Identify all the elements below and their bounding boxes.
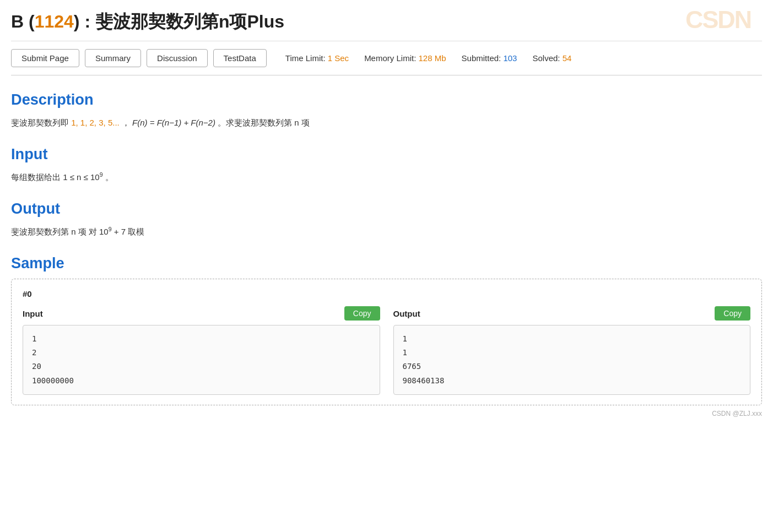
output-line-4: 908460138 xyxy=(403,374,742,388)
time-limit-value: 1 Sec xyxy=(328,53,349,63)
input-content: 每组数据给出 1 ≤ n ≤ 109 。 xyxy=(11,170,762,184)
input-header: Input Copy xyxy=(23,306,380,321)
time-limit-label: Time Limit: xyxy=(285,53,326,63)
output-line-3: 6765 xyxy=(403,360,742,373)
fib-sequence: 1, 1, 2, 3, 5... xyxy=(71,118,120,127)
solved-label: Solved: xyxy=(532,53,560,63)
tab-summary[interactable]: Summary xyxy=(85,49,141,67)
submitted-info: Submitted: 103 xyxy=(462,53,517,63)
title-area: B (1124) : 斐波那契数列第n项Plus xyxy=(11,0,762,41)
footer-note: CSDN @ZLJ.xxx xyxy=(11,410,762,417)
input-section: Input 每组数据给出 1 ≤ n ≤ 109 。 xyxy=(11,145,762,184)
sample-id: #0 xyxy=(23,289,750,298)
input-heading: Input xyxy=(11,145,762,163)
sample-heading: Sample xyxy=(11,254,762,272)
tab-testdata[interactable]: TestData xyxy=(213,49,267,67)
meta-info: Time Limit: 1 Sec Memory Limit: 128 Mb S… xyxy=(285,53,572,63)
problem-number: 1124 xyxy=(35,12,74,31)
output-line-2: 1 xyxy=(403,346,742,360)
output-heading: Output xyxy=(11,200,762,218)
output-col-label: Output xyxy=(393,309,420,318)
tab-discussion[interactable]: Discussion xyxy=(147,49,208,67)
solved-info: Solved: 54 xyxy=(532,53,571,63)
input-line-2: 2 xyxy=(32,346,371,360)
sample-section: Sample #0 Input Copy 1 2 20 100000000 xyxy=(11,254,762,405)
memory-limit-label: Memory Limit: xyxy=(364,53,416,63)
input-content-box: 1 2 20 100000000 xyxy=(23,325,380,395)
tab-submit-page[interactable]: Submit Page xyxy=(11,49,79,67)
output-line-1: 1 xyxy=(403,332,742,346)
problem-name: 斐波那契数列第n项Plus xyxy=(95,12,284,31)
output-content-box: 1 1 6765 908460138 xyxy=(393,325,751,395)
desc-suffix: 。求斐波那契数列第 n 项 xyxy=(218,118,310,127)
desc-prefix: 斐波那契数列即 xyxy=(11,118,69,127)
submitted-label: Submitted: xyxy=(462,53,501,63)
description-section: Description 斐波那契数列即 1, 1, 2, 3, 5... ， F… xyxy=(11,91,762,130)
sample-io-row: Input Copy 1 2 20 100000000 Output Copy xyxy=(23,306,750,395)
description-content: 斐波那契数列即 1, 1, 2, 3, 5... ， F(n) = F(n−1)… xyxy=(11,115,762,130)
solved-value: 54 xyxy=(563,53,572,63)
memory-limit-info: Memory Limit: 128 Mb xyxy=(364,53,446,63)
time-limit-info: Time Limit: 1 Sec xyxy=(285,53,349,63)
input-col-label: Input xyxy=(23,309,43,318)
description-heading: Description xyxy=(11,91,762,108)
memory-limit-value: 128 Mb xyxy=(418,53,446,63)
output-content: 斐波那契数列第 n 项 对 109 + 7 取模 xyxy=(11,224,762,239)
input-line-3: 20 xyxy=(32,360,371,373)
page-title: B (1124) : 斐波那契数列第n项Plus xyxy=(11,10,762,34)
nav-bar: Submit Page Summary Discussion TestData … xyxy=(11,41,762,75)
output-section: Output 斐波那契数列第 n 项 对 109 + 7 取模 xyxy=(11,200,762,239)
sample-input-col: Input Copy 1 2 20 100000000 xyxy=(23,306,380,395)
submitted-value: 103 xyxy=(503,53,517,63)
desc-middle: ， xyxy=(122,118,130,127)
sample-box: #0 Input Copy 1 2 20 100000000 xyxy=(11,279,762,405)
desc-formula: F(n) = F(n−1) + F(n−2) xyxy=(132,118,215,127)
copy-output-button[interactable]: Copy xyxy=(715,306,750,321)
output-header: Output Copy xyxy=(393,306,751,321)
copy-input-button[interactable]: Copy xyxy=(344,306,380,321)
input-line-1: 1 xyxy=(32,332,371,346)
sample-output-col: Output Copy 1 1 6765 908460138 xyxy=(393,306,751,395)
input-line-4: 100000000 xyxy=(32,374,371,388)
